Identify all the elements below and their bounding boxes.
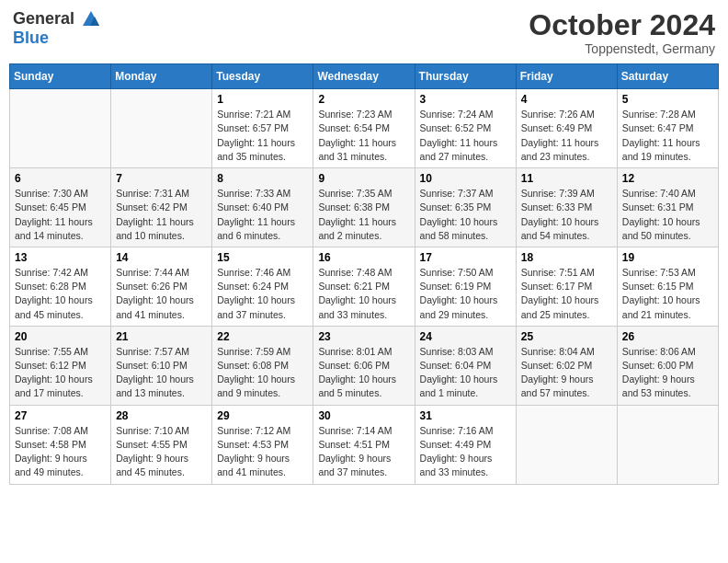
calendar-day-cell: 4Sunrise: 7:26 AMSunset: 6:49 PMDaylight… [516, 89, 617, 168]
day-number: 15 [217, 251, 308, 264]
calendar-day-cell: 24Sunrise: 8:03 AMSunset: 6:04 PMDayligh… [415, 326, 516, 405]
calendar-day-cell: 27Sunrise: 7:08 AMSunset: 4:58 PMDayligh… [10, 405, 111, 484]
calendar-day-cell: 2Sunrise: 7:23 AMSunset: 6:54 PMDaylight… [313, 89, 415, 168]
day-number: 16 [318, 251, 409, 264]
day-info: Sunrise: 7:55 AMSunset: 6:12 PMDaylight:… [15, 345, 106, 401]
day-info: Sunrise: 7:42 AMSunset: 6:28 PMDaylight:… [15, 266, 106, 322]
month-title: October 2024 [529, 9, 715, 41]
calendar-day-cell: 28Sunrise: 7:10 AMSunset: 4:55 PMDayligh… [111, 405, 212, 484]
day-number: 25 [521, 330, 612, 343]
day-info: Sunrise: 7:37 AMSunset: 6:35 PMDaylight:… [420, 187, 511, 243]
day-number: 19 [622, 251, 713, 264]
calendar-day-cell: 19Sunrise: 7:53 AMSunset: 6:15 PMDayligh… [617, 247, 718, 326]
calendar-day-cell: 13Sunrise: 7:42 AMSunset: 6:28 PMDayligh… [10, 247, 111, 326]
day-number: 5 [622, 93, 713, 106]
day-info: Sunrise: 7:40 AMSunset: 6:31 PMDaylight:… [622, 187, 713, 243]
calendar-table: SundayMondayTuesdayWednesdayThursdayFrid… [9, 63, 719, 484]
logo: General Blue [13, 9, 101, 48]
day-info: Sunrise: 7:10 AMSunset: 4:55 PMDaylight:… [116, 424, 207, 480]
day-number: 21 [116, 330, 207, 343]
title-block: October 2024 Toppenstedt, Germany [529, 9, 715, 56]
calendar-day-cell: 10Sunrise: 7:37 AMSunset: 6:35 PMDayligh… [415, 168, 516, 247]
calendar-day-cell: 26Sunrise: 8:06 AMSunset: 6:00 PMDayligh… [617, 326, 718, 405]
calendar-day-cell [10, 89, 111, 168]
day-number: 12 [622, 172, 713, 185]
day-number: 9 [318, 172, 409, 185]
calendar-day-cell: 11Sunrise: 7:39 AMSunset: 6:33 PMDayligh… [516, 168, 617, 247]
weekday-header: Saturday [617, 64, 718, 89]
day-info: Sunrise: 7:12 AMSunset: 4:53 PMDaylight:… [217, 424, 308, 480]
calendar-day-cell: 22Sunrise: 7:59 AMSunset: 6:08 PMDayligh… [212, 326, 313, 405]
day-number: 1 [217, 93, 308, 106]
day-info: Sunrise: 7:08 AMSunset: 4:58 PMDaylight:… [15, 424, 106, 480]
calendar-day-cell: 30Sunrise: 7:14 AMSunset: 4:51 PMDayligh… [313, 405, 415, 484]
logo-blue: Blue [13, 29, 101, 48]
day-number: 2 [318, 93, 409, 106]
calendar-day-cell: 15Sunrise: 7:46 AMSunset: 6:24 PMDayligh… [212, 247, 313, 326]
location-title: Toppenstedt, Germany [529, 41, 715, 56]
day-number: 26 [622, 330, 713, 343]
day-number: 24 [420, 330, 511, 343]
day-info: Sunrise: 7:24 AMSunset: 6:52 PMDaylight:… [420, 108, 511, 164]
logo-icon [81, 9, 101, 29]
calendar-day-cell: 1Sunrise: 7:21 AMSunset: 6:57 PMDaylight… [212, 89, 313, 168]
day-info: Sunrise: 7:14 AMSunset: 4:51 PMDaylight:… [318, 424, 409, 480]
day-info: Sunrise: 7:39 AMSunset: 6:33 PMDaylight:… [521, 187, 612, 243]
day-number: 22 [217, 330, 308, 343]
day-info: Sunrise: 7:59 AMSunset: 6:08 PMDaylight:… [217, 345, 308, 401]
day-number: 18 [521, 251, 612, 264]
calendar-day-cell: 12Sunrise: 7:40 AMSunset: 6:31 PMDayligh… [617, 168, 718, 247]
day-info: Sunrise: 7:16 AMSunset: 4:49 PMDaylight:… [420, 424, 511, 480]
day-number: 31 [420, 409, 511, 422]
day-info: Sunrise: 8:01 AMSunset: 6:06 PMDaylight:… [318, 345, 409, 401]
page-header: General Blue October 2024 Toppenstedt, G… [9, 9, 719, 56]
calendar-day-cell: 7Sunrise: 7:31 AMSunset: 6:42 PMDaylight… [111, 168, 212, 247]
day-info: Sunrise: 7:48 AMSunset: 6:21 PMDaylight:… [318, 266, 409, 322]
day-info: Sunrise: 7:31 AMSunset: 6:42 PMDaylight:… [116, 187, 207, 243]
day-info: Sunrise: 7:50 AMSunset: 6:19 PMDaylight:… [420, 266, 511, 322]
day-number: 8 [217, 172, 308, 185]
day-number: 4 [521, 93, 612, 106]
calendar-day-cell: 29Sunrise: 7:12 AMSunset: 4:53 PMDayligh… [212, 405, 313, 484]
weekday-header: Thursday [415, 64, 516, 89]
day-number: 10 [420, 172, 511, 185]
calendar-day-cell: 20Sunrise: 7:55 AMSunset: 6:12 PMDayligh… [10, 326, 111, 405]
day-info: Sunrise: 7:28 AMSunset: 6:47 PMDaylight:… [622, 108, 713, 164]
day-info: Sunrise: 7:23 AMSunset: 6:54 PMDaylight:… [318, 108, 409, 164]
weekday-header-row: SundayMondayTuesdayWednesdayThursdayFrid… [10, 64, 719, 89]
day-number: 23 [318, 330, 409, 343]
day-info: Sunrise: 8:06 AMSunset: 6:00 PMDaylight:… [622, 345, 713, 401]
calendar-day-cell: 17Sunrise: 7:50 AMSunset: 6:19 PMDayligh… [415, 247, 516, 326]
day-number: 20 [15, 330, 106, 343]
weekday-header: Friday [516, 64, 617, 89]
day-number: 13 [15, 251, 106, 264]
calendar-day-cell: 3Sunrise: 7:24 AMSunset: 6:52 PMDaylight… [415, 89, 516, 168]
day-info: Sunrise: 8:03 AMSunset: 6:04 PMDaylight:… [420, 345, 511, 401]
day-number: 7 [116, 172, 207, 185]
day-info: Sunrise: 7:21 AMSunset: 6:57 PMDaylight:… [217, 108, 308, 164]
weekday-header: Monday [111, 64, 212, 89]
calendar-day-cell: 9Sunrise: 7:35 AMSunset: 6:38 PMDaylight… [313, 168, 415, 247]
day-number: 14 [116, 251, 207, 264]
calendar-day-cell: 6Sunrise: 7:30 AMSunset: 6:45 PMDaylight… [10, 168, 111, 247]
calendar-week-row: 27Sunrise: 7:08 AMSunset: 4:58 PMDayligh… [10, 405, 719, 484]
day-number: 11 [521, 172, 612, 185]
calendar-day-cell [617, 405, 718, 484]
calendar-day-cell: 5Sunrise: 7:28 AMSunset: 6:47 PMDaylight… [617, 89, 718, 168]
calendar-day-cell: 8Sunrise: 7:33 AMSunset: 6:40 PMDaylight… [212, 168, 313, 247]
calendar-day-cell [111, 89, 212, 168]
day-number: 17 [420, 251, 511, 264]
day-info: Sunrise: 7:44 AMSunset: 6:26 PMDaylight:… [116, 266, 207, 322]
calendar-day-cell: 16Sunrise: 7:48 AMSunset: 6:21 PMDayligh… [313, 247, 415, 326]
day-number: 30 [318, 409, 409, 422]
day-info: Sunrise: 7:57 AMSunset: 6:10 PMDaylight:… [116, 345, 207, 401]
day-info: Sunrise: 8:04 AMSunset: 6:02 PMDaylight:… [521, 345, 612, 401]
day-info: Sunrise: 7:46 AMSunset: 6:24 PMDaylight:… [217, 266, 308, 322]
day-number: 28 [116, 409, 207, 422]
day-number: 3 [420, 93, 511, 106]
day-info: Sunrise: 7:35 AMSunset: 6:38 PMDaylight:… [318, 187, 409, 243]
day-number: 27 [15, 409, 106, 422]
calendar-day-cell: 31Sunrise: 7:16 AMSunset: 4:49 PMDayligh… [415, 405, 516, 484]
logo-general: General [13, 9, 101, 29]
calendar-day-cell: 14Sunrise: 7:44 AMSunset: 6:26 PMDayligh… [111, 247, 212, 326]
